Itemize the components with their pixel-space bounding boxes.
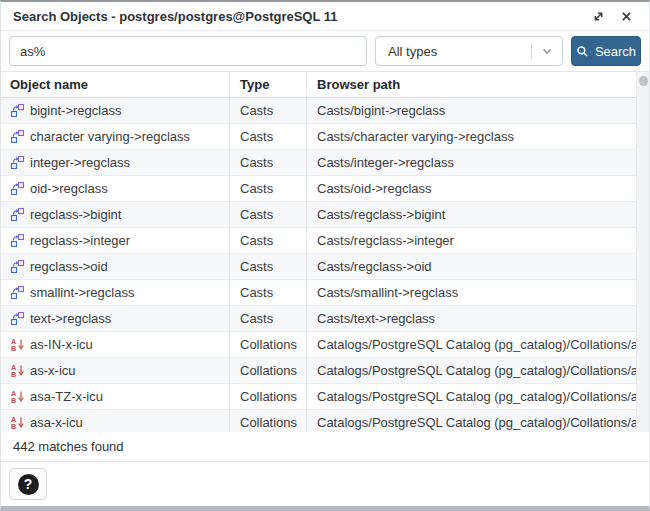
object-name: integer->regclass <box>30 155 130 170</box>
object-name: text->regclass <box>30 311 111 326</box>
search-toolbar: All types Search <box>1 31 649 71</box>
object-browser-path: Catalogs/PostgreSQL Catalog (pg_catalog)… <box>306 384 636 409</box>
column-header-browser-path[interactable]: Browser path <box>306 72 636 97</box>
object-type: Collations <box>229 410 306 432</box>
object-type: Casts <box>229 202 306 227</box>
results-header: Object name Type Browser path <box>1 72 636 98</box>
scrollbar-thumb[interactable] <box>639 76 648 86</box>
cast-icon <box>10 181 25 196</box>
svg-text:B: B <box>11 422 16 430</box>
object-browser-path: Casts/bigint->regclass <box>306 98 636 123</box>
object-browser-path: Catalogs/PostgreSQL Catalog (pg_catalog)… <box>306 358 636 383</box>
object-name: asa-x-icu <box>30 415 83 430</box>
object-type: Casts <box>229 306 306 331</box>
help-button[interactable]: ? <box>9 468 47 500</box>
object-browser-path: Casts/regclass->integer <box>306 228 636 253</box>
type-filter-value: All types <box>388 44 531 59</box>
close-icon[interactable] <box>615 5 637 27</box>
svg-text:B: B <box>11 396 16 404</box>
object-type: Casts <box>229 280 306 305</box>
object-name: bigint->regclass <box>30 103 121 118</box>
cast-icon <box>10 311 25 326</box>
table-row[interactable]: A B regclass->integer Casts Casts/regcla… <box>1 228 636 254</box>
collation-icon: A B <box>10 415 25 430</box>
object-type: Casts <box>229 254 306 279</box>
collation-icon: A B <box>10 337 25 352</box>
help-bar: ? <box>1 462 649 506</box>
search-objects-dialog: Search Objects - postgres/postgres@Postg… <box>0 0 650 511</box>
object-name: regclass->integer <box>30 233 130 248</box>
svg-text:B: B <box>11 370 16 378</box>
object-browser-path: Casts/regclass->bigint <box>306 202 636 227</box>
cast-icon <box>10 129 25 144</box>
cast-icon <box>10 103 25 118</box>
table-row[interactable]: A B oid->regclass Casts Casts/oid->regcl… <box>1 176 636 202</box>
object-browser-path: Casts/text->regclass <box>306 306 636 331</box>
object-browser-path: Casts/character varying->regclass <box>306 124 636 149</box>
type-filter-select[interactable]: All types <box>375 36 563 66</box>
object-type: Casts <box>229 98 306 123</box>
svg-text:B: B <box>11 344 16 352</box>
object-type: Collations <box>229 384 306 409</box>
object-browser-path: Casts/smallint->regclass <box>306 280 636 305</box>
table-row[interactable]: A B asa-x-icu Collations Catalogs/Postgr… <box>1 410 636 432</box>
collation-icon: A B <box>10 363 25 378</box>
dialog-title: Search Objects - postgres/postgres@Postg… <box>13 9 587 24</box>
object-name: oid->regclass <box>30 181 108 196</box>
search-input[interactable] <box>9 36 367 66</box>
cast-icon <box>10 285 25 300</box>
object-type: Casts <box>229 124 306 149</box>
cast-icon <box>10 233 25 248</box>
help-icon: ? <box>18 474 39 495</box>
table-row[interactable]: A B as-x-icu Collations Catalogs/Postgre… <box>1 358 636 384</box>
table-row[interactable]: A B bigint->regclass Casts Casts/bigint-… <box>1 98 636 124</box>
collation-icon: A B <box>10 389 25 404</box>
table-row[interactable]: A B asa-TZ-x-icu Collations Catalogs/Pos… <box>1 384 636 410</box>
select-separator <box>531 43 532 59</box>
object-name: character varying->regclass <box>30 129 190 144</box>
object-type: Casts <box>229 176 306 201</box>
results-grid: Object name Type Browser path A <box>1 71 649 432</box>
vertical-scrollbar[interactable] <box>636 72 649 432</box>
table-row[interactable]: A B integer->regclass Casts Casts/intege… <box>1 150 636 176</box>
object-browser-path: Catalogs/PostgreSQL Catalog (pg_catalog)… <box>306 332 636 357</box>
expand-icon[interactable] <box>587 5 609 27</box>
table-row[interactable]: A B regclass->oid Casts Casts/regclass->… <box>1 254 636 280</box>
cast-icon <box>10 259 25 274</box>
status-bar: 442 matches found <box>1 432 649 462</box>
search-button[interactable]: Search <box>571 36 641 66</box>
table-row[interactable]: A B regclass->bigint Casts Casts/regclas… <box>1 202 636 228</box>
column-header-object-name[interactable]: Object name <box>1 77 229 92</box>
object-name: regclass->bigint <box>30 207 121 222</box>
object-browser-path: Casts/integer->regclass <box>306 150 636 175</box>
object-browser-path: Casts/oid->regclass <box>306 176 636 201</box>
object-name: as-x-icu <box>30 363 76 378</box>
dialog-titlebar: Search Objects - postgres/postgres@Postg… <box>1 2 649 31</box>
object-name: regclass->oid <box>30 259 108 274</box>
object-browser-path: Catalogs/PostgreSQL Catalog (pg_catalog)… <box>306 410 636 432</box>
table-row[interactable]: A B text->regclass Casts Casts/text->reg… <box>1 306 636 332</box>
cast-icon <box>10 207 25 222</box>
object-browser-path: Casts/regclass->oid <box>306 254 636 279</box>
table-row[interactable]: A B character varying->regclass Casts Ca… <box>1 124 636 150</box>
object-type: Casts <box>229 150 306 175</box>
object-type: Casts <box>229 228 306 253</box>
search-icon <box>576 45 589 58</box>
table-row[interactable]: A B smallint->regclass Casts Casts/small… <box>1 280 636 306</box>
chevron-down-icon <box>540 44 554 58</box>
search-button-label: Search <box>595 44 636 59</box>
column-header-type[interactable]: Type <box>229 72 306 97</box>
object-name: smallint->regclass <box>30 285 134 300</box>
results-body: A B bigint->regclass Casts Casts/bigint-… <box>1 98 636 432</box>
match-count-text: 442 matches found <box>13 439 124 454</box>
table-row[interactable]: A B as-IN-x-icu Collations Catalogs/Post… <box>1 332 636 358</box>
object-type: Collations <box>229 358 306 383</box>
object-name: asa-TZ-x-icu <box>30 389 103 404</box>
object-type: Collations <box>229 332 306 357</box>
object-name: as-IN-x-icu <box>30 337 93 352</box>
cast-icon <box>10 155 25 170</box>
